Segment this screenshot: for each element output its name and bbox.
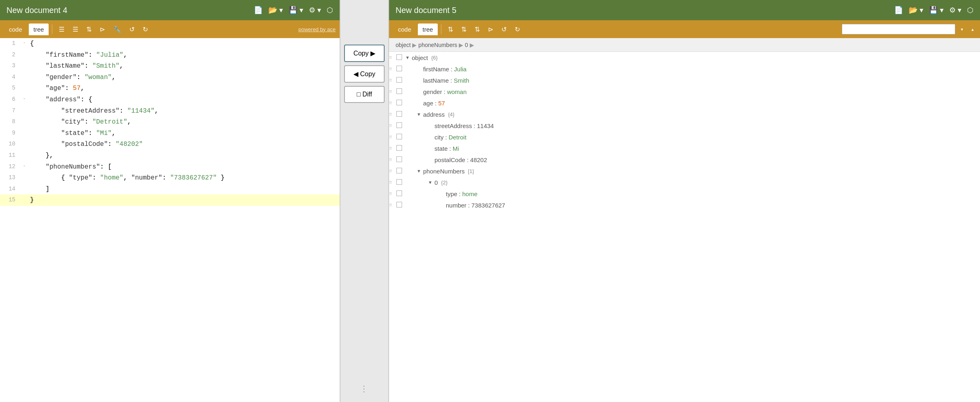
tree-toggle-icon[interactable]: ▼ [417,112,423,117]
drag-handle-icon[interactable]: ⠿ [389,203,396,207]
drag-handle-icon[interactable]: ⠿ [389,124,396,128]
diff-button[interactable]: □ Diff [344,86,385,103]
search-up-icon[interactable]: ▴ [969,25,977,34]
left-sort-btn[interactable]: ⇅ [83,24,95,35]
tree-row[interactable]: ⠿▼address {4} [389,109,980,120]
right-undo-btn[interactable]: ↺ [498,24,510,35]
tree-checkbox[interactable] [396,66,402,71]
line-content[interactable]: "gender": "woman", [28,72,340,83]
tree-checkbox[interactable] [396,88,402,94]
tree-toggle-icon[interactable]: ▼ [417,169,423,173]
more-options-icon[interactable]: ⋮ [360,384,369,394]
open-icon[interactable]: 📂 ▾ [268,6,283,15]
right-expand-btn[interactable]: ⇅ [445,24,456,35]
line-content[interactable]: "state": "Mi", [28,128,340,139]
tree-checkbox[interactable] [396,156,402,162]
right-sort-btn[interactable]: ⇅ [471,24,483,35]
line-content[interactable]: { [28,38,340,49]
tree-row[interactable]: ⠿number : 7383627627 [389,199,980,211]
tree-row[interactable]: ⠿streetAddress : 11434 [389,120,980,131]
left-tab-tree[interactable]: tree [29,24,49,35]
copy-right-button[interactable]: Copy ▶ [344,45,385,62]
tree-row[interactable]: ⠿lastName : Smith [389,75,980,86]
tree-checkbox[interactable] [396,54,402,60]
tree-checkbox[interactable] [396,77,402,83]
tree-checkbox[interactable] [396,122,402,128]
tree-checkbox[interactable] [396,190,402,196]
tree-toggle-icon[interactable]: ▼ [428,180,434,185]
right-redo-btn[interactable]: ↻ [511,24,523,35]
tree-row[interactable]: ⠿type : home [389,188,980,199]
drag-handle-icon[interactable]: ⠿ [389,146,396,151]
breadcrumb-phonenumbers[interactable]: phoneNumbers [418,42,457,48]
line-content[interactable]: "streetAddress": "11434", [28,105,340,117]
line-content[interactable]: "phoneNumbers": [ [28,161,340,173]
left-fix-btn[interactable]: 🔧 [110,24,124,35]
drag-handle-icon[interactable]: ⠿ [389,169,396,173]
line-content[interactable]: "lastName": "Smith", [28,60,340,72]
drag-handle-icon[interactable]: ⠿ [389,192,396,196]
tree-row[interactable]: ⠿gender : woman [389,86,980,97]
right-open-icon[interactable]: 📂 ▾ [909,6,923,15]
drag-handle-icon[interactable]: ⠿ [389,78,396,83]
drag-handle-icon[interactable]: ⠿ [389,56,396,60]
line-content[interactable]: } [28,195,340,206]
right-settings-icon[interactable]: ⚙ ▾ [949,6,961,15]
tree-toggle-icon[interactable]: ▼ [405,55,412,60]
tree-row[interactable]: ⠿postalCode : 48202 [389,154,980,165]
drag-handle-icon[interactable]: ⠿ [389,180,396,185]
line-content[interactable]: { "type": "home", "number": "7383627627"… [28,172,340,184]
save-icon[interactable]: 💾 ▾ [289,6,303,15]
right-share-icon[interactable]: ⬡ [967,6,974,15]
drag-handle-icon[interactable]: ⠿ [389,135,396,139]
line-content[interactable]: "postalCode": "48202" [28,139,340,150]
tree-checkbox[interactable] [396,111,402,117]
drag-handle-icon[interactable]: ⠿ [389,90,396,94]
search-input[interactable] [842,24,955,34]
right-save-icon[interactable]: 💾 ▾ [929,6,944,15]
tree-checkbox[interactable] [396,134,402,139]
settings-icon[interactable]: ⚙ ▾ [309,6,321,15]
line-content[interactable]: ] [28,184,340,195]
right-new-file-icon[interactable]: 📄 [894,6,903,15]
tree-checkbox[interactable] [396,145,402,151]
drag-handle-icon[interactable]: ⠿ [389,67,396,71]
new-file-icon[interactable]: 📄 [254,6,263,15]
right-collapse-btn[interactable]: ⇅ [458,24,470,35]
copy-left-button[interactable]: ◀ Copy [344,65,385,83]
left-redo-btn[interactable]: ↻ [139,24,151,35]
share-icon[interactable]: ⬡ [327,6,333,15]
tree-row[interactable]: ⠿▼phoneNumbers [1] [389,165,980,177]
right-tab-tree[interactable]: tree [418,24,438,35]
tree-row[interactable]: ⠿city : Detroit [389,131,980,143]
left-format2-btn[interactable]: ☰ [69,24,81,35]
tree-checkbox[interactable] [396,202,402,207]
tree-row[interactable]: ⠿▼0 {2} [389,177,980,188]
drag-handle-icon[interactable]: ⠿ [389,101,396,105]
search-down-icon[interactable]: ▾ [958,25,966,34]
right-tab-code[interactable]: code [393,24,416,35]
tree-checkbox[interactable] [396,168,402,173]
breadcrumb-object[interactable]: object [396,42,411,48]
tree-row[interactable]: ⠿age : 57 [389,97,980,109]
drag-handle-icon[interactable]: ⠿ [389,112,396,117]
breadcrumb-0[interactable]: 0 [465,42,468,48]
line-content[interactable]: "age": 57, [28,83,340,94]
left-filter-btn[interactable]: ⊳ [96,24,108,35]
tree-checkbox[interactable] [396,179,402,185]
left-code-editor[interactable]: 1-{2 "firstName": "Julia",3 "lastName": … [0,38,340,402]
line-content[interactable]: "firstName": "Julia", [28,49,340,61]
left-panel: New document 4 📄 📂 ▾ 💾 ▾ ⚙ ▾ ⬡ code tree… [0,0,340,402]
left-format-btn[interactable]: ☰ [56,24,68,35]
left-tab-code[interactable]: code [4,24,27,35]
tree-row[interactable]: ⠿state : Mi [389,143,980,154]
right-filter-btn[interactable]: ⊳ [485,24,496,35]
drag-handle-icon[interactable]: ⠿ [389,158,396,162]
tree-checkbox[interactable] [396,100,402,105]
tree-row[interactable]: ⠿▼object {6} [389,52,980,63]
left-undo-btn[interactable]: ↺ [126,24,138,35]
line-content[interactable]: "city": "Detroit", [28,116,340,128]
tree-row[interactable]: ⠿firstName : Julia [389,63,980,75]
line-content[interactable]: "address": { [28,94,340,105]
line-content[interactable]: }, [28,150,340,161]
